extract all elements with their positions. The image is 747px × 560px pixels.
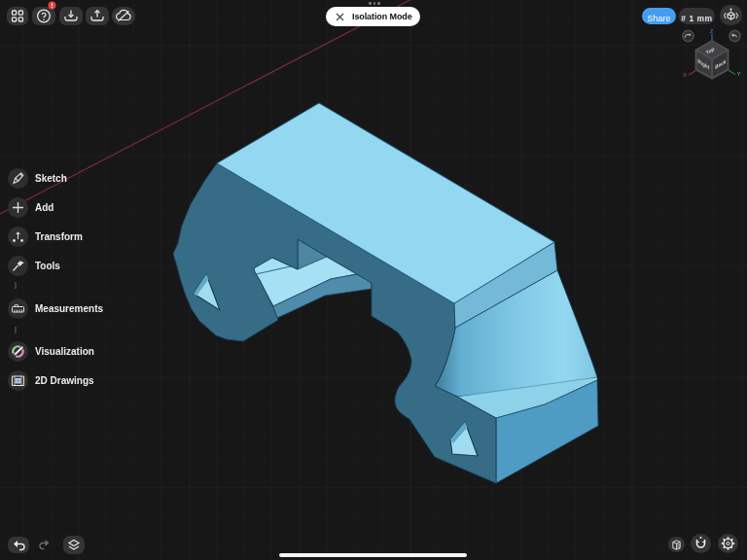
svg-text:Y: Y <box>736 71 740 77</box>
svg-text:Z: Z <box>710 28 714 34</box>
svg-text:X: X <box>683 72 687 78</box>
